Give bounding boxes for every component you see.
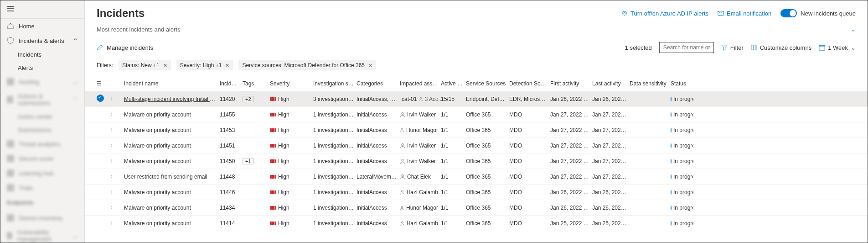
col-name[interactable]: Incident name: [124, 80, 220, 87]
incident-name: Malware on priority account: [124, 127, 191, 133]
svg-point-14: [401, 222, 403, 223]
active-alerts: 15/15: [441, 96, 466, 102]
close-icon[interactable]: ✕: [225, 63, 229, 69]
azure-ad-toggle-link[interactable]: Turn off/on Azure AD IP alerts: [621, 10, 708, 17]
severity-icon: [270, 222, 276, 225]
main-content: Incidents Turn off/on Azure AD IP alerts…: [85, 0, 868, 243]
status-cell: In progres: [671, 96, 691, 102]
search-input[interactable]: [659, 42, 714, 53]
svg-point-0: [623, 11, 627, 16]
table-row[interactable]: 〉Malware on priority account11450+1High1…: [85, 153, 868, 169]
table-row[interactable]: 〉Multi-stage incident involving Initial …: [85, 91, 868, 107]
impacted-asset: Hazi Galamb: [400, 220, 438, 227]
incident-id: 11453: [220, 127, 243, 133]
manage-incidents-button[interactable]: Manage incidents: [97, 44, 153, 51]
table-row[interactable]: 〉Malware on priority account11451High1 i…: [85, 138, 868, 153]
close-icon[interactable]: ✕: [163, 63, 167, 69]
status-icon: [671, 206, 672, 210]
expand-row-icon[interactable]: 〉: [110, 127, 115, 132]
expand-row-icon[interactable]: 〉: [110, 174, 115, 179]
nav-alerts[interactable]: Alerts: [0, 61, 84, 74]
table-row[interactable]: 〉Malware on priority account11453High1 i…: [85, 122, 868, 138]
table-row[interactable]: 〉Malware on priority account11446High1 i…: [85, 185, 868, 200]
nav-incidents-alerts[interactable]: Incidents & alerts ⌃: [0, 33, 84, 48]
col-id[interactable]: Incident Id: [220, 80, 243, 87]
page-header: Incidents Turn off/on Azure AD IP alerts…: [85, 0, 868, 23]
col-tags[interactable]: Tags: [243, 80, 270, 87]
toggle-switch-icon: [780, 9, 797, 17]
impacted-asset: cat-01 3 Acc...: [400, 96, 438, 102]
incident-name: Malware on priority account: [124, 205, 191, 211]
col-service-sources[interactable]: Service Sources: [466, 80, 509, 87]
svg-rect-3: [751, 45, 757, 50]
status-cell: In progres: [671, 111, 691, 118]
filter-chip-severity[interactable]: Severity: High +1✕: [176, 60, 233, 70]
table-row[interactable]: 〉Malware on priority account11434High1 i…: [85, 200, 868, 216]
impacted-asset: Irvin Walker: [400, 143, 438, 149]
expand-row-icon[interactable]: 〉: [110, 190, 115, 195]
expand-row-icon[interactable]: 〉: [110, 96, 115, 101]
active-alerts: 1/1: [441, 111, 466, 118]
email-notification-link[interactable]: Email notification: [718, 10, 771, 17]
svg-point-10: [402, 159, 404, 161]
col-severity[interactable]: Severity: [270, 80, 313, 87]
expand-row-icon[interactable]: 〉: [110, 143, 115, 148]
filter-chip-service[interactable]: Service sources: Microsoft Defender for …: [238, 60, 376, 70]
nav-incidents[interactable]: Incidents: [0, 48, 84, 61]
col-assets[interactable]: Impacted assets: [400, 80, 441, 87]
investigation-state: 1 investigation states: [313, 158, 356, 164]
incident-name-link[interactable]: Multi-stage incident involving Initial a…: [124, 96, 220, 102]
filter-chip-status[interactable]: Status: New +1✕: [119, 60, 171, 70]
last-activity: Jan 25, 2022 11:35 PM: [592, 220, 630, 227]
col-first-activity[interactable]: First activity: [550, 80, 592, 87]
status-cell: In progres: [671, 174, 691, 180]
col-last-activity[interactable]: Last activity: [592, 80, 630, 87]
detection-sources: MDO: [509, 111, 550, 118]
severity-icon: [270, 206, 276, 210]
expand-row-icon[interactable]: 〉: [110, 158, 115, 164]
table-row[interactable]: 〉Malware on priority account11455High1 i…: [85, 107, 868, 122]
shield-icon: [7, 37, 14, 44]
detection-sources: MDO: [509, 174, 550, 180]
column-picker-icon[interactable]: ☰: [97, 80, 102, 87]
close-icon[interactable]: ✕: [368, 63, 372, 69]
table-row[interactable]: 〉User restricted from sending email11448…: [85, 169, 868, 185]
filter-label: Filter: [730, 44, 744, 51]
col-categories[interactable]: Categories: [356, 80, 400, 87]
col-alerts[interactable]: Active alerts ↓: [441, 80, 466, 87]
expand-row-icon[interactable]: 〉: [110, 112, 115, 117]
incident-name: Malware on priority account: [124, 143, 191, 149]
investigation-state: 1 investigation states: [313, 205, 356, 211]
impacted-asset: Chat Elek: [400, 174, 438, 180]
nav-home[interactable]: Home: [0, 19, 84, 33]
first-activity: Jan 27, 2022 5:46 AM: [550, 143, 592, 149]
status-cell: In progres: [671, 158, 691, 164]
expand-row-icon[interactable]: 〉: [110, 205, 115, 210]
nav-home-label: Home: [19, 23, 35, 30]
status-icon: [671, 159, 672, 164]
filter-button[interactable]: Filter: [721, 44, 744, 51]
expand-row-icon[interactable]: 〉: [110, 221, 115, 226]
table-row[interactable]: 〉Malware on priority account11414High1 i…: [85, 216, 868, 231]
col-investigation[interactable]: Investigation state: [313, 80, 356, 87]
first-activity: Jan 26, 2022 1:35 PM: [550, 96, 592, 102]
date-range-button[interactable]: 1 Week ⌄: [819, 44, 856, 51]
col-data-sensitivity[interactable]: Data sensitivity: [630, 80, 671, 87]
active-alerts: 1/1: [441, 205, 466, 211]
incident-id: 11450: [220, 158, 243, 164]
incident-name: Malware on priority account: [124, 189, 191, 195]
first-activity: Jan 27, 2022 11:47 AM: [550, 127, 592, 133]
first-activity: Jan 27, 2022 4:49 PM: [550, 111, 592, 118]
incidents-table: ☰ Incident name Incident Id Tags Severit…: [85, 76, 868, 243]
detection-sources: MDO: [509, 220, 550, 227]
col-detection-sources[interactable]: Detection Sources: [509, 80, 550, 87]
row-checkbox[interactable]: [97, 95, 104, 102]
last-activity: Jan 26, 2022 2:41 PM: [592, 205, 630, 211]
col-status[interactable]: Status: [671, 80, 693, 87]
active-alerts: 1/1: [441, 174, 466, 180]
customize-columns-button[interactable]: Customize columns: [751, 44, 811, 51]
svg-point-11: [402, 174, 404, 177]
hamburger-menu[interactable]: [0, 0, 84, 19]
subheader[interactable]: Most recent incidents and alerts ⌄: [85, 23, 868, 37]
new-queue-toggle[interactable]: New incidents queue: [780, 9, 856, 17]
